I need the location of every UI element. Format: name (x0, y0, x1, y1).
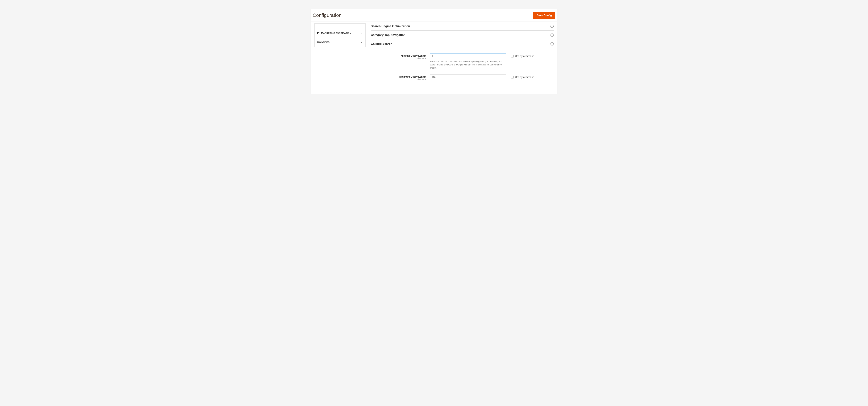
sidebar-item-blank (315, 24, 365, 28)
use-system-value-checkbox-min[interactable] (511, 55, 514, 58)
expand-down-icon (551, 33, 554, 37)
section-catalog-search[interactable]: Catalog Search (371, 39, 554, 48)
sidebar-item-label: Advanced (317, 41, 330, 43)
svg-point-1 (318, 32, 319, 33)
field-scope: [store view] (371, 57, 426, 59)
chevron-down-icon (360, 41, 363, 43)
use-system-value-label: Use system value (515, 55, 534, 58)
catalog-search-body: Minimal Query Length [store view] This v… (371, 48, 554, 87)
collapse-up-icon (551, 42, 554, 45)
maximum-query-length-input[interactable] (430, 74, 506, 80)
minimal-query-length-input[interactable] (430, 53, 506, 59)
page-body: Marketing Automation Advanced (311, 22, 557, 94)
section-title: Catalog Search (371, 42, 392, 45)
row-minimal-query-length: Minimal Query Length [store view] This v… (371, 53, 554, 69)
sidebar-item-label: Marketing Automation (321, 32, 351, 34)
row-maximum-query-length: Maximum Query Length [store view] Use sy… (371, 74, 554, 80)
sidebar-item-advanced[interactable]: Advanced (315, 38, 365, 47)
page-title: Configuration (313, 12, 342, 18)
use-system-value-label: Use system value (515, 76, 534, 79)
save-config-button[interactable]: Save Config (533, 12, 555, 19)
config-page: Configuration Save Config Marketing Auto… (311, 9, 557, 94)
section-title: Search Engine Optimization (371, 25, 410, 28)
section-title: Category Top Navigation (371, 33, 406, 37)
section-seo[interactable]: Search Engine Optimization (371, 24, 554, 31)
field-label: Maximum Query Length (371, 75, 426, 78)
svg-point-0 (317, 32, 318, 34)
page-header: Configuration Save Config (311, 9, 557, 22)
field-help: This value must be compatible with the c… (430, 60, 506, 69)
main-content: Search Engine Optimization Category Top … (367, 22, 557, 94)
field-scope: [store view] (371, 78, 426, 80)
expand-down-icon (551, 25, 554, 28)
section-category-top-nav[interactable]: Category Top Navigation (371, 31, 554, 39)
chevron-down-icon (360, 32, 363, 34)
field-label: Minimal Query Length (371, 54, 426, 57)
dotmailer-icon (317, 31, 320, 35)
sidebar: Marketing Automation Advanced (311, 22, 367, 94)
use-system-value-checkbox-max[interactable] (511, 76, 514, 79)
sidebar-item-marketing-automation[interactable]: Marketing Automation (315, 28, 365, 38)
